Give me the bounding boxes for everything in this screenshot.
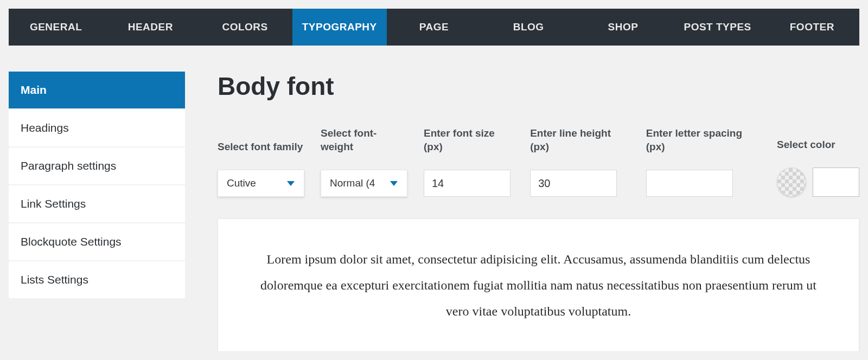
font-weight-value: Normal (4 (330, 177, 375, 189)
color-swatch-transparent[interactable] (777, 168, 806, 197)
line-height-input[interactable] (530, 170, 617, 197)
svg-marker-0 (287, 181, 295, 186)
letter-spacing-label: Enter letter spacing (px) (646, 127, 761, 153)
topnav-item-shop[interactable]: SHOP (576, 9, 670, 46)
font-weight-dropdown[interactable]: Normal (4 (321, 170, 407, 197)
font-weight-label: Select font-weight (321, 127, 407, 153)
topnav-item-post-types[interactable]: POST TYPES (671, 9, 765, 46)
font-preview-text: Lorem ipsum dolor sit amet, consectetur … (260, 252, 816, 318)
font-size-label: Enter font size (px) (424, 127, 514, 153)
control-font-size: Enter font size (px) (424, 127, 514, 197)
topnav-item-footer[interactable]: FOOTER (765, 9, 859, 46)
sidebar-item-main[interactable]: Main (9, 72, 185, 108)
control-font-family: Select font family Cutive (218, 140, 304, 197)
topnav-item-page[interactable]: PAGE (387, 9, 481, 46)
font-size-input[interactable] (424, 170, 510, 197)
sidebar-item-link-settings[interactable]: Link Settings (9, 185, 185, 222)
topnav-item-typography[interactable]: TYPOGRAPHY (292, 9, 387, 46)
topnav-item-header[interactable]: HEADER (103, 9, 197, 46)
control-line-height: Enter line height (px) (530, 127, 630, 197)
control-font-weight: Select font-weight Normal (4 (321, 127, 407, 197)
control-color: Select color (777, 138, 859, 197)
chevron-down-icon (390, 180, 398, 187)
page-title: Body font (218, 72, 859, 101)
font-family-dropdown[interactable]: Cutive (218, 170, 304, 197)
sidebar: Main Headings Paragraph settings Link Se… (9, 72, 185, 298)
font-family-value: Cutive (227, 177, 256, 189)
line-height-label: Enter line height (px) (530, 127, 630, 153)
sidebar-item-headings[interactable]: Headings (9, 110, 185, 146)
letter-spacing-input[interactable] (646, 170, 733, 197)
svg-marker-1 (390, 181, 398, 186)
topnav-item-colors[interactable]: COLORS (197, 9, 292, 46)
sidebar-item-blockquote-settings[interactable]: Blockquote Settings (9, 223, 185, 260)
topnav-item-blog[interactable]: BLOG (481, 9, 576, 46)
control-letter-spacing: Enter letter spacing (px) (646, 127, 761, 197)
font-family-label: Select font family (218, 140, 304, 154)
main-panel: Body font Select font family Cutive Sele… (218, 72, 859, 352)
color-preview-box[interactable] (813, 168, 859, 197)
font-preview-box: Lorem ipsum dolor sit amet, consectetur … (218, 218, 859, 352)
color-label: Select color (777, 138, 859, 152)
topnav-item-general[interactable]: GENERAL (9, 9, 103, 46)
sidebar-item-paragraph-settings[interactable]: Paragraph settings (9, 147, 185, 184)
chevron-down-icon (286, 180, 295, 187)
sidebar-item-lists-settings[interactable]: Lists Settings (9, 261, 185, 298)
top-nav: GENERAL HEADER COLORS TYPOGRAPHY PAGE BL… (9, 9, 859, 46)
controls-row: Select font family Cutive Select font-we… (218, 127, 859, 197)
